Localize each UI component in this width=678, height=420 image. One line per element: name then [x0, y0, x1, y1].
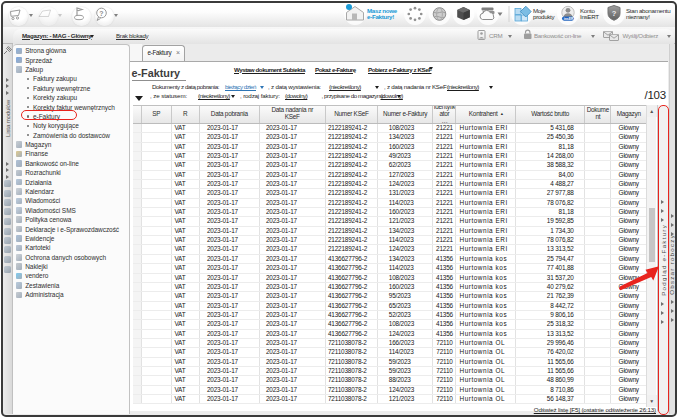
- svg-text:insERT: insERT: [564, 17, 577, 21]
- svg-text:?: ?: [99, 10, 103, 17]
- svg-text:?: ?: [612, 9, 617, 18]
